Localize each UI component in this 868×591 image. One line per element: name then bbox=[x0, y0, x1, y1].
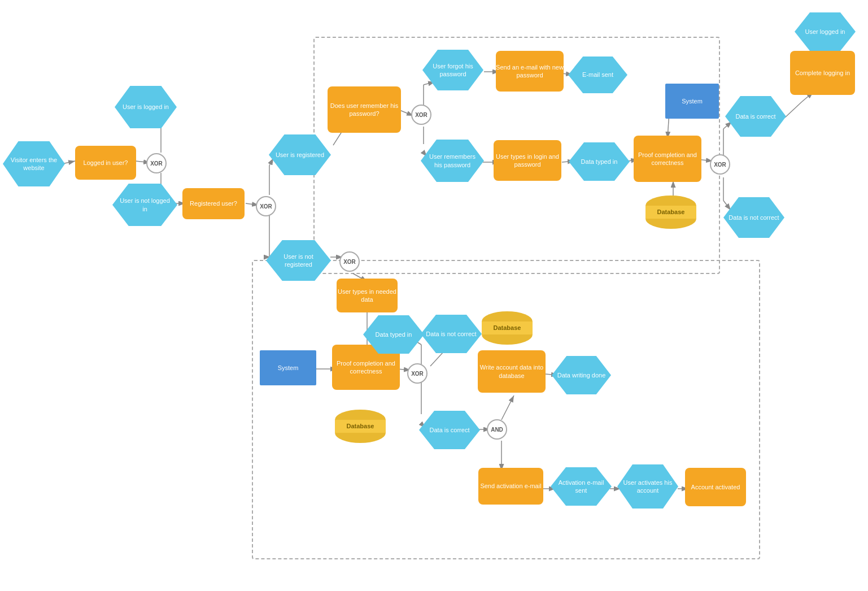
cyl1b-top bbox=[335, 410, 386, 420]
cyl1b-bottom bbox=[335, 433, 386, 443]
data-correct2-label: Data is correct bbox=[725, 96, 786, 137]
database1b-node: Database bbox=[332, 402, 389, 450]
does-user-remember-node: Does user remember his password? bbox=[328, 86, 401, 133]
xor6-label: XOR bbox=[710, 154, 730, 175]
visitor-enters-node: Visitor enters the website bbox=[3, 141, 65, 186]
data-correct1-label: Data is correct bbox=[419, 411, 480, 449]
data-writing-done-node: Data writing done bbox=[552, 356, 611, 394]
database1-label: Database bbox=[482, 321, 533, 334]
xor1-node: XOR bbox=[146, 153, 167, 173]
does-user-remember-label: Does user remember his password? bbox=[328, 102, 401, 118]
and1-label: AND bbox=[487, 419, 507, 440]
data-typed-in1-label: Data typed in bbox=[363, 315, 424, 354]
xor4-label: XOR bbox=[407, 363, 428, 384]
account-activated-label: Account activated bbox=[691, 483, 740, 491]
xor3-label: XOR bbox=[339, 251, 360, 272]
cyl2-top bbox=[645, 195, 696, 206]
data-typed-in2-node: Data typed in bbox=[569, 142, 630, 181]
registered-user-label: Registered user? bbox=[190, 199, 237, 207]
database1b-label: Database bbox=[335, 420, 386, 432]
send-activation-label: Send activation e-mail bbox=[480, 482, 541, 490]
xor6-node: XOR bbox=[710, 154, 730, 175]
system2-label: System bbox=[682, 97, 703, 105]
user-logged-in-label: User is logged in bbox=[115, 86, 177, 128]
data-writing-done-label: Data writing done bbox=[552, 356, 611, 394]
xor3-node: XOR bbox=[339, 251, 360, 272]
user-not-registered-label: User is not registered bbox=[266, 240, 331, 281]
user-remembers-label: User remembers his password bbox=[421, 140, 484, 182]
xor2-node: XOR bbox=[256, 196, 276, 216]
cyl1-bottom bbox=[482, 334, 533, 345]
visitor-enters-label: Visitor enters the website bbox=[3, 141, 65, 186]
proof2-label: Proof completion and correctness bbox=[634, 151, 701, 167]
system2-node: System bbox=[665, 84, 719, 119]
user-types-needed-label: User types in needed data bbox=[337, 288, 398, 304]
xor5-node: XOR bbox=[411, 105, 431, 125]
data-typed-in2-label: Data typed in bbox=[569, 142, 630, 181]
data-typed-in1-node: Data typed in bbox=[363, 315, 424, 354]
user-not-logged-in-label: User is not logged in bbox=[112, 184, 177, 226]
data-correct2-node: Data is correct bbox=[725, 96, 786, 137]
database1-node: Database bbox=[479, 304, 535, 352]
data-not-correct1-node: Data is not correct bbox=[421, 315, 482, 353]
cyl1-top bbox=[482, 311, 533, 321]
logged-in-user-label: Logged in user? bbox=[84, 159, 128, 167]
activation-sent-node: Activation e-mail sent bbox=[551, 467, 612, 506]
data-correct1-node: Data is correct bbox=[419, 411, 480, 449]
user-logged-in-node: User is logged in bbox=[115, 86, 177, 128]
send-activation-node: Send activation e-mail bbox=[478, 468, 543, 505]
email-sent-label: E-mail sent bbox=[568, 57, 627, 93]
activation-sent-label: Activation e-mail sent bbox=[551, 467, 612, 506]
email-sent-node: E-mail sent bbox=[568, 57, 627, 93]
user-types-login-node: User types in login and password bbox=[494, 140, 561, 181]
xor4-node: XOR bbox=[407, 363, 428, 384]
data-not-correct2-node: Data is not correct bbox=[723, 197, 784, 238]
xor2-label: XOR bbox=[256, 196, 276, 216]
user-forgot-label: User forgot his password bbox=[422, 50, 483, 90]
svg-line-24 bbox=[501, 396, 514, 420]
diagram-canvas: Visitor enters the website Logged in use… bbox=[0, 0, 868, 591]
user-registered-label: User is registered bbox=[269, 134, 331, 175]
send-email-new-node: Send an e-mail with new password bbox=[496, 51, 564, 92]
user-forgot-node: User forgot his password bbox=[422, 50, 483, 90]
system1-node: System bbox=[260, 350, 316, 385]
user-logged-in-label: User logged in bbox=[795, 12, 856, 51]
data-not-correct1-label: Data is not correct bbox=[421, 315, 482, 353]
user-logged-in-node: User logged in bbox=[795, 12, 856, 51]
user-not-registered-node: User is not registered bbox=[266, 240, 331, 281]
account-activated-node: Account activated bbox=[685, 468, 746, 506]
database2-node: Database bbox=[643, 188, 699, 236]
system1-label: System bbox=[278, 364, 299, 372]
registered-user-node: Registered user? bbox=[182, 188, 245, 219]
cyl2-bottom bbox=[645, 219, 696, 229]
data-not-correct2-label: Data is not correct bbox=[723, 197, 784, 238]
write-account-label: Write account data into database bbox=[478, 363, 546, 380]
xor1-label: XOR bbox=[146, 153, 167, 173]
send-email-new-label: Send an e-mail with new password bbox=[496, 63, 564, 80]
user-not-logged-in-node: User is not logged in bbox=[112, 184, 177, 226]
user-remembers-node: User remembers his password bbox=[421, 140, 484, 182]
logged-in-user-node: Logged in user? bbox=[75, 146, 136, 180]
and1-node: AND bbox=[487, 419, 507, 440]
proof2-node: Proof completion and correctness bbox=[634, 136, 701, 182]
write-account-node: Write account data into database bbox=[478, 350, 546, 393]
complete-logging-node: Complete logging in bbox=[790, 51, 855, 95]
user-types-needed-node: User types in needed data bbox=[337, 279, 398, 312]
user-activates-node: User activates his account bbox=[617, 464, 678, 509]
proof1-label: Proof completion and correctness bbox=[332, 359, 400, 376]
database2-label: Database bbox=[645, 206, 696, 218]
user-registered-node: User is registered bbox=[269, 134, 331, 175]
svg-line-45 bbox=[785, 102, 802, 118]
user-types-login-label: User types in login and password bbox=[494, 153, 561, 169]
user-activates-label: User activates his account bbox=[617, 464, 678, 509]
xor5-label: XOR bbox=[411, 105, 431, 125]
complete-logging-label: Complete logging in bbox=[795, 69, 850, 77]
